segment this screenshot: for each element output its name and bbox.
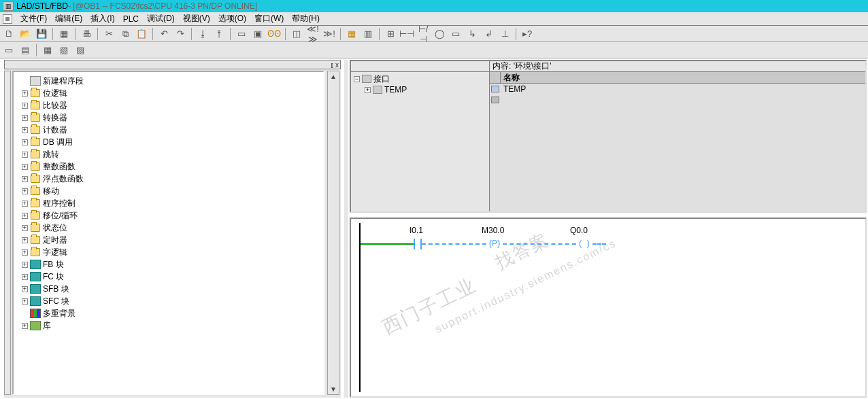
tb-contact-no[interactable]: ⊢⊣	[399, 27, 414, 41]
grid-row-empty[interactable]	[490, 94, 865, 105]
tree-multi-instance[interactable]: 多重背景	[15, 307, 322, 319]
expand-icon[interactable]: +	[365, 87, 371, 93]
tb-box[interactable]: ▭	[448, 27, 463, 41]
menu-edit[interactable]: 编辑(E)	[51, 12, 86, 26]
tb-undo[interactable]: ↶	[156, 27, 171, 41]
menu-view[interactable]: 视图(V)	[179, 12, 214, 26]
tb-contact-nc[interactable]: ⊢/⊣	[416, 27, 431, 41]
collapse-icon[interactable]: −	[354, 76, 360, 82]
expand-icon[interactable]: +	[22, 262, 28, 268]
tb-goto[interactable]: ≪!≫	[305, 27, 320, 41]
iface-root[interactable]: − 接口	[352, 73, 488, 84]
ladder-editor[interactable]: 西门子工业 找答案 support.industry.siemens.com/c…	[350, 218, 867, 398]
tb-print[interactable]: 🖶	[79, 27, 94, 41]
tree-db-call[interactable]: +DB 调用	[15, 136, 322, 148]
tree-new-network[interactable]: 新建程序段	[15, 75, 322, 87]
expand-icon[interactable]: +	[22, 164, 28, 170]
catalog-close-icon[interactable]: x	[335, 61, 339, 69]
scroll-up-icon[interactable]: ▲	[329, 71, 338, 82]
menu-options[interactable]: 选项(O)	[214, 12, 250, 26]
tree-fb-blocks[interactable]: +FB 块	[15, 258, 322, 271]
interface-tree[interactable]: − 接口 + TEMP	[351, 72, 489, 211]
menu-insert[interactable]: 插入(I)	[86, 12, 118, 26]
expand-icon[interactable]: +	[22, 213, 28, 219]
tree-library[interactable]: +库	[15, 319, 322, 332]
tree-comparator[interactable]: +比较器	[15, 99, 322, 111]
tb-block1[interactable]: ▭	[234, 27, 249, 41]
tree-fc-blocks[interactable]: +FC 块	[15, 271, 322, 283]
grid-header-icon-col[interactable]	[490, 72, 501, 83]
tree-sfb-blocks[interactable]: +SFB 块	[15, 283, 322, 295]
grid-row-temp[interactable]: TEMP	[490, 84, 865, 94]
tree-move[interactable]: +移动	[15, 185, 322, 197]
rung-1[interactable]: (P) ( )	[361, 239, 654, 249]
tb2-b[interactable]: ▤	[18, 44, 33, 57]
tb-whatsthis[interactable]: ▸?	[520, 27, 535, 41]
tree-status-bit[interactable]: +状态位	[15, 222, 322, 234]
tb-network[interactable]: ⊞	[383, 27, 398, 41]
output-coil[interactable]: ( )	[576, 238, 592, 250]
expand-icon[interactable]: +	[22, 323, 28, 329]
expand-icon[interactable]: +	[22, 201, 28, 207]
expand-icon[interactable]: +	[22, 152, 28, 158]
expand-icon[interactable]: +	[22, 90, 28, 97]
tb2-a[interactable]: ▭	[1, 44, 16, 57]
catalog-scrollbar[interactable]: ▲ ▼	[327, 71, 339, 395]
vertical-splitter[interactable]	[344, 60, 348, 398]
tb-view-overview[interactable]: ▦	[344, 27, 359, 41]
tb-ref[interactable]: ◫	[289, 27, 304, 41]
mdi-system-icon[interactable]	[3, 14, 12, 24]
tb-monitor[interactable]: ʘʘ	[267, 27, 282, 41]
menu-debug[interactable]: 调试(D)	[143, 12, 179, 26]
menu-plc[interactable]: PLC	[119, 13, 143, 25]
grid-header-name[interactable]: 名称	[501, 72, 865, 83]
tree-converter[interactable]: +转换器	[15, 111, 322, 124]
menu-window[interactable]: 窗口(W)	[250, 12, 288, 26]
scroll-down-icon[interactable]: ▼	[329, 384, 338, 394]
tb2-c[interactable]: ▦	[40, 44, 55, 57]
tb-save[interactable]: 💾	[34, 27, 49, 41]
iface-temp[interactable]: + TEMP	[352, 84, 488, 95]
tb-view-detail[interactable]: ▥	[361, 27, 375, 41]
p-trigger[interactable]: (P)	[486, 238, 503, 250]
tree-int-func[interactable]: +整数函数	[15, 160, 322, 173]
expand-icon[interactable]: +	[22, 286, 28, 292]
tb-copy[interactable]: ⧉	[118, 27, 133, 41]
tree-jump[interactable]: +跳转	[15, 148, 322, 160]
tree-counter[interactable]: +计数器	[15, 124, 322, 136]
expand-icon[interactable]: +	[22, 249, 28, 256]
tb-branch-open[interactable]: ↳	[465, 27, 480, 41]
tb-coil[interactable]: ◯	[432, 27, 447, 41]
expand-icon[interactable]: +	[22, 115, 28, 121]
tb-upload[interactable]: ⭱	[212, 27, 227, 41]
tree-float-func[interactable]: +浮点数函数	[15, 173, 322, 185]
tb-conn[interactable]: ⊥	[497, 27, 512, 41]
tb-next[interactable]: ≫!	[322, 27, 337, 41]
expand-icon[interactable]: +	[22, 237, 28, 243]
tree-timer[interactable]: +定时器	[15, 234, 322, 246]
menu-file[interactable]: 文件(F)	[16, 12, 51, 26]
catalog-tree[interactable]: 新建程序段 +位逻辑 +比较器 +转换器 +计数器 +DB 调用 +跳转 +整数…	[12, 71, 324, 395]
tb-branch-close[interactable]: ↲	[481, 27, 496, 41]
tb-redo[interactable]: ↷	[173, 27, 188, 41]
catalog-pin-icon[interactable]: ⫿	[331, 61, 334, 69]
tb-block2[interactable]: ▣	[250, 27, 265, 41]
tb-new[interactable]: 🗋	[1, 27, 16, 41]
expand-icon[interactable]: +	[22, 274, 28, 280]
tree-sfc-blocks[interactable]: +SFC 块	[15, 295, 322, 307]
tree-word-logic[interactable]: +字逻辑	[15, 246, 322, 258]
tb-download[interactable]: ⭳	[195, 27, 210, 41]
expand-icon[interactable]: +	[22, 103, 28, 109]
tb2-e[interactable]: ▨	[73, 44, 88, 57]
expand-icon[interactable]: +	[22, 225, 28, 231]
grid-body[interactable]: TEMP	[490, 84, 865, 211]
tree-shift-rot[interactable]: +移位/循环	[15, 209, 322, 222]
expand-icon[interactable]: +	[22, 176, 28, 182]
tb2-d[interactable]: ▧	[56, 44, 71, 57]
tb-open[interactable]: 📂	[18, 27, 33, 41]
tb-cut[interactable]: ✂	[101, 27, 116, 41]
expand-icon[interactable]: +	[22, 139, 28, 145]
expand-icon[interactable]: +	[22, 298, 28, 305]
tb-paste[interactable]: 📋	[134, 27, 149, 41]
tree-prog-ctrl[interactable]: +程序控制	[15, 197, 322, 209]
